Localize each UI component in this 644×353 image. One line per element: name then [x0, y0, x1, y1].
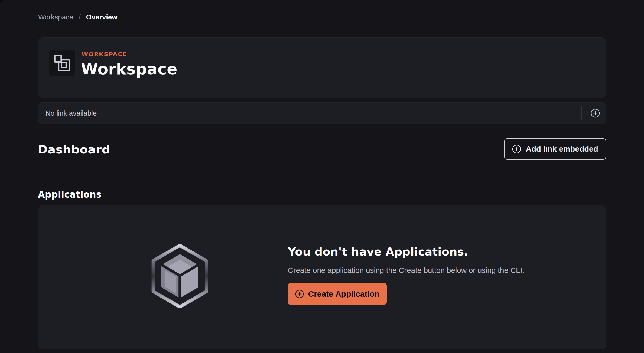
link-bar-divider: [581, 106, 582, 120]
workspace-card: WORKSPACE Workspace: [38, 37, 606, 98]
breadcrumb-separator: /: [79, 13, 81, 21]
plus-circle-icon: [295, 290, 304, 298]
applications-heading: Applications: [38, 189, 102, 200]
add-link-plus-button[interactable]: [589, 107, 601, 119]
cube-icon: [149, 244, 211, 308]
workspace-title: Workspace: [81, 60, 177, 78]
empty-state-text-block: You don't have Applications. Create one …: [288, 245, 524, 305]
breadcrumb-current-overview: Overview: [86, 13, 118, 21]
add-link-embedded-button[interactable]: Add link embedded: [504, 138, 606, 160]
overlapping-squares-workspace-icon: [54, 54, 70, 71]
breadcrumb: Workspace / Overview: [38, 13, 117, 21]
breadcrumb-workspace-link[interactable]: Workspace: [38, 13, 73, 21]
empty-state-description: Create one application using the Create …: [288, 266, 524, 275]
workspace-icon-tile: [49, 50, 75, 76]
plus-circle-icon: [591, 109, 600, 118]
overview-page: Workspace / Overview WORKSPACE Workspace…: [0, 0, 644, 353]
empty-state-illustration: [149, 244, 211, 308]
empty-state-title: You don't have Applications.: [288, 245, 524, 258]
create-application-label: Create Application: [308, 289, 380, 299]
dashboard-heading: Dashboard: [38, 143, 110, 156]
workspace-eyebrow-label: WORKSPACE: [82, 51, 127, 58]
no-link-available-text: No link available: [45, 103, 97, 124]
add-link-embedded-label: Add link embedded: [526, 145, 598, 153]
link-bar: No link available: [38, 102, 606, 124]
applications-panel: You don't have Applications. Create one …: [38, 205, 606, 349]
plus-circle-icon: [512, 145, 521, 153]
create-application-button[interactable]: Create Application: [288, 283, 387, 305]
